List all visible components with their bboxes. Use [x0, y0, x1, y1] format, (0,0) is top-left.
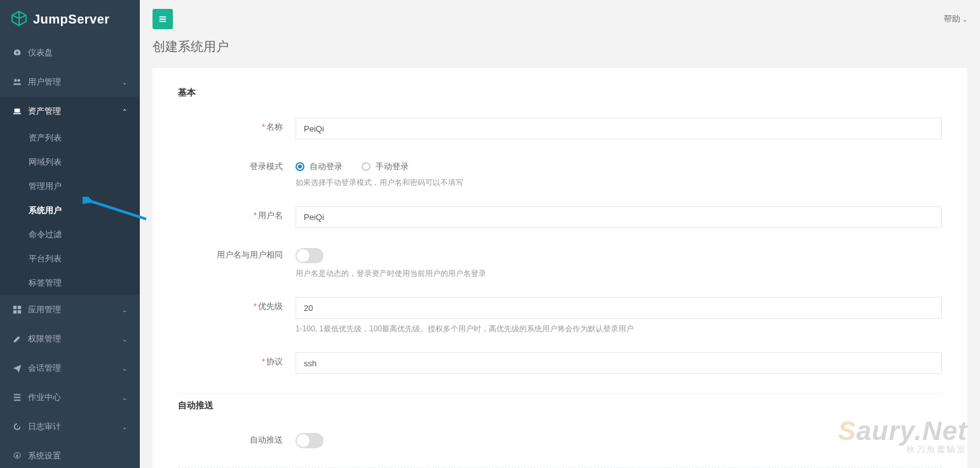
sub-item-admin-user[interactable]: 管理用户	[0, 174, 140, 198]
sub-item-domain-list[interactable]: 网域列表	[0, 150, 140, 174]
dashboard-icon	[13, 48, 23, 57]
sidebar-item-tasks[interactable]: 作业中心 ⌄	[0, 383, 140, 412]
nav-label: 作业中心	[28, 392, 61, 403]
logo-icon	[10, 10, 28, 29]
logo-text: JumpServer	[33, 12, 110, 27]
svg-point-2	[17, 79, 20, 81]
username-input[interactable]	[296, 206, 942, 228]
chevron-down-icon: ⌄	[122, 306, 127, 313]
sub-item-cmd-filter[interactable]: 命令过滤	[0, 223, 140, 247]
sidebar-item-sessions[interactable]: 会话管理 ⌄	[0, 354, 140, 383]
radio-auto-login[interactable]: 自动登录	[296, 161, 343, 172]
users-icon	[13, 78, 23, 86]
label-name: *名称	[178, 118, 296, 133]
sub-item-platform-list[interactable]: 平台列表	[0, 247, 140, 271]
tasks-icon	[13, 393, 23, 402]
sidebar: JumpServer 仪表盘 用户管理 ⌄ 资产管理 ⌃ 资产列表 网域列表 管…	[0, 0, 140, 468]
history-icon	[13, 422, 23, 431]
section-autopush: 自动推送	[178, 400, 942, 411]
chevron-down-icon: ⌄	[122, 79, 127, 86]
topbar: 帮助 ⌄	[140, 0, 980, 38]
sidebar-item-perms[interactable]: 权限管理 ⌄	[0, 324, 140, 354]
edit-icon	[13, 334, 23, 343]
sidebar-toggle-button[interactable]	[153, 9, 173, 29]
sidebar-item-settings[interactable]: 系统设置	[0, 441, 140, 468]
laptop-icon	[13, 107, 23, 116]
svg-point-14	[16, 455, 18, 457]
nav-label: 仪表盘	[28, 47, 53, 59]
nav-label: 系统设置	[28, 450, 61, 462]
grid-icon	[13, 305, 23, 314]
label-login-mode: 登录模式	[178, 157, 296, 172]
form-panel: 基本 *名称 登录模式 自动登录	[153, 68, 967, 468]
chevron-up-icon: ⌃	[122, 108, 127, 115]
sidebar-item-apps[interactable]: 应用管理 ⌄	[0, 295, 140, 324]
help-priority: 1-100, 1最低优先级，100最高优先级。授权多个用户时，高优先级的系统用户…	[296, 324, 942, 334]
help-login-mode: 如果选择手动登录模式，用户名和密码可以不填写	[296, 177, 942, 188]
svg-rect-9	[13, 310, 17, 313]
divider	[178, 393, 942, 394]
protocol-select[interactable]	[296, 352, 942, 374]
sidebar-item-users[interactable]: 用户管理 ⌄	[0, 67, 140, 97]
assets-submenu: 资产列表 网域列表 管理用户 系统用户 命令过滤 平台列表 标签管理	[0, 126, 140, 295]
label-autopush: 自动推送	[178, 430, 296, 446]
nav-label: 资产管理	[28, 106, 61, 117]
svg-rect-12	[14, 397, 21, 398]
chevron-down-icon: ⌄	[962, 16, 967, 23]
svg-rect-8	[18, 306, 21, 309]
cog-icon	[13, 451, 23, 460]
logo: JumpServer	[0, 0, 140, 38]
same-as-user-toggle[interactable]	[296, 248, 323, 263]
nav-label: 权限管理	[28, 333, 61, 345]
chevron-down-icon: ⌄	[122, 394, 127, 401]
label-same-as-user: 用户名与用户相同	[178, 245, 296, 261]
menu-icon	[158, 15, 167, 24]
nav: 仪表盘 用户管理 ⌄ 资产管理 ⌃ 资产列表 网域列表 管理用户 系统用户	[0, 38, 140, 468]
radio-checked-icon	[296, 162, 304, 171]
sidebar-item-audit[interactable]: 日志审计 ⌄	[0, 412, 140, 441]
help-same-as-user: 用户名是动态的，登录资产时使用当前用户的用户名登录	[296, 268, 942, 279]
chevron-down-icon: ⌄	[122, 365, 127, 372]
nav-label: 日志审计	[28, 421, 61, 432]
svg-rect-10	[18, 310, 21, 313]
label-username: *用户名	[178, 206, 296, 221]
chevron-down-icon: ⌄	[122, 336, 127, 343]
sub-item-system-user[interactable]: 系统用户	[0, 198, 140, 223]
label-priority: *优先级	[178, 297, 296, 312]
svg-rect-11	[14, 394, 21, 396]
sidebar-item-assets[interactable]: 资产管理 ⌃	[0, 97, 140, 126]
sidebar-item-dashboard[interactable]: 仪表盘	[0, 38, 140, 67]
svg-point-1	[14, 79, 17, 81]
radio-manual-login[interactable]: 手动登录	[362, 161, 409, 172]
nav-label: 会话管理	[28, 362, 61, 374]
autopush-toggle[interactable]	[296, 433, 323, 448]
radio-unchecked-icon	[362, 162, 371, 171]
svg-rect-4	[13, 113, 21, 114]
chevron-down-icon: ⌄	[122, 423, 127, 430]
help-dropdown[interactable]: 帮助 ⌄	[944, 13, 967, 25]
nav-label: 应用管理	[28, 304, 61, 315]
svg-rect-13	[14, 400, 21, 401]
sub-item-asset-list[interactable]: 资产列表	[0, 126, 140, 150]
svg-rect-7	[13, 306, 17, 309]
svg-rect-3	[15, 109, 20, 113]
page-title: 创建系统用户	[153, 38, 967, 55]
label-protocol: *协议	[178, 352, 296, 368]
send-icon	[13, 364, 23, 373]
sub-item-label-mgmt[interactable]: 标签管理	[0, 271, 140, 295]
nav-label: 用户管理	[28, 76, 61, 88]
name-input[interactable]	[296, 118, 942, 139]
page-header: 创建系统用户	[140, 38, 980, 68]
priority-input[interactable]	[296, 297, 942, 319]
section-basic: 基本	[178, 87, 942, 99]
main: 帮助 ⌄ 创建系统用户 基本 *名称 登录模式	[140, 0, 980, 468]
